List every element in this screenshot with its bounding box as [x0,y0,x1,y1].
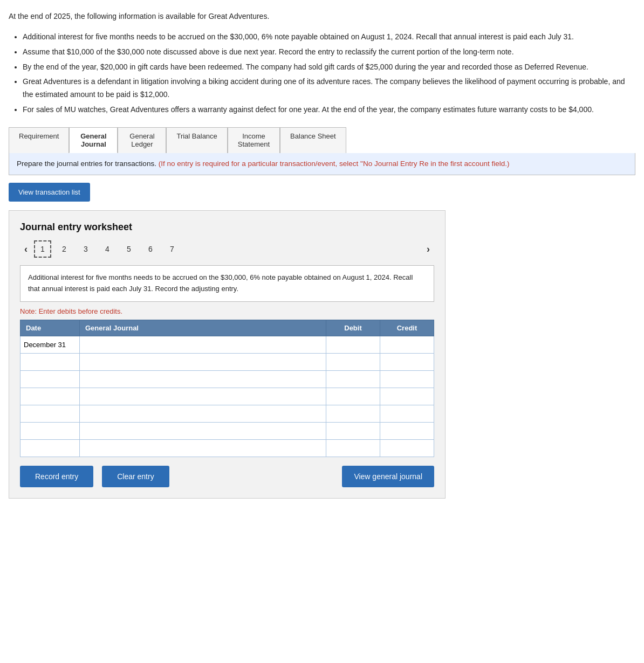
input-credit-2[interactable] [380,371,434,388]
input-journal-5[interactable] [80,423,326,439]
cell-credit-3[interactable] [380,388,434,405]
bullet-item-4: Great Adventures is a defendant in litig… [23,75,635,101]
bullet-item-2: Assume that $10,000 of the $30,000 note … [23,46,635,59]
cell-journal-3[interactable] [80,388,326,405]
bullet-item-3: By the end of the year, $20,000 in gift … [23,61,635,74]
tab-trial-balance[interactable]: Trial Balance [166,127,227,153]
intro-paragraph: At the end of 2025, the following inform… [9,11,635,22]
table-row [20,422,434,439]
tab-income-statement[interactable]: IncomeStatement [228,127,280,153]
cell-credit-2[interactable] [380,370,434,388]
cell-credit-6[interactable] [380,439,434,457]
cell-debit-0[interactable] [326,336,380,353]
cell-date-0[interactable] [20,336,80,353]
cell-journal-0[interactable] [80,336,326,353]
table-row [20,405,434,422]
input-credit-5[interactable] [380,423,434,439]
input-credit-4[interactable] [380,405,434,422]
bullet-item-1: Additional interest for five months need… [23,31,635,44]
view-general-journal-button[interactable]: View general journal [342,466,434,487]
input-credit-3[interactable] [380,388,434,405]
table-row [20,353,434,370]
cell-debit-3[interactable] [326,388,380,405]
input-debit-4[interactable] [326,405,380,422]
clear-entry-button[interactable]: Clear entry [102,466,169,487]
table-row [20,439,434,457]
instruction-bar: Prepare the journal entries for transact… [9,153,635,175]
cell-credit-5[interactable] [380,422,434,439]
header-credit: Credit [380,320,434,336]
cell-journal-1[interactable] [80,353,326,370]
cell-debit-2[interactable] [326,370,380,388]
cell-credit-4[interactable] [380,405,434,422]
instruction-main: Prepare the journal entries for transact… [17,160,156,168]
input-date-6[interactable] [20,440,79,457]
cell-debit-5[interactable] [326,422,380,439]
tab-requirement[interactable]: Requirement [9,127,69,153]
input-journal-2[interactable] [80,371,326,388]
record-entry-button[interactable]: Record entry [20,466,93,487]
bullet-item-5: For sales of MU watches, Great Adventure… [23,103,635,116]
cell-debit-6[interactable] [326,439,380,457]
cell-journal-2[interactable] [80,370,326,388]
cell-credit-0[interactable] [380,336,434,353]
input-date-2[interactable] [20,371,79,388]
cell-date-1[interactable] [20,353,80,370]
step-prev-arrow[interactable]: ‹ [20,241,32,257]
step-navigation: ‹ 1 2 3 4 5 6 7 › [20,240,434,258]
tab-general-ledger[interactable]: GeneralLedger [118,127,166,153]
step-4[interactable]: 4 [99,240,116,258]
step-6[interactable]: 6 [142,240,159,258]
input-credit-6[interactable] [380,440,434,457]
cell-date-5[interactable] [20,422,80,439]
button-row: Record entry Clear entry View general jo… [20,466,434,487]
input-debit-0[interactable] [326,336,380,353]
view-transaction-button[interactable]: View transaction list [9,183,90,202]
cell-debit-1[interactable] [326,353,380,370]
cell-journal-4[interactable] [80,405,326,422]
cell-debit-4[interactable] [326,405,380,422]
input-debit-2[interactable] [326,371,380,388]
input-date-1[interactable] [20,354,79,370]
input-journal-1[interactable] [80,354,326,370]
cell-date-6[interactable] [20,439,80,457]
input-date-5[interactable] [20,423,79,439]
step-description: Additional interest for five months need… [20,265,434,302]
table-row [20,388,434,405]
input-journal-3[interactable] [80,388,326,405]
input-date-0[interactable] [20,336,79,353]
cell-journal-5[interactable] [80,422,326,439]
input-debit-3[interactable] [326,388,380,405]
table-row [20,336,434,353]
cell-date-4[interactable] [20,405,80,422]
input-journal-4[interactable] [80,405,326,422]
input-journal-0[interactable] [80,336,326,353]
step-5[interactable]: 5 [120,240,138,258]
cell-journal-6[interactable] [80,439,326,457]
header-debit: Debit [326,320,380,336]
cell-date-3[interactable] [20,388,80,405]
tabs-row: Requirement GeneralJournal GeneralLedger… [9,127,635,153]
tab-general-journal[interactable]: GeneralJournal [69,127,118,153]
step-2[interactable]: 2 [56,240,73,258]
input-journal-6[interactable] [80,440,326,457]
worksheet-title: Journal entry worksheet [20,222,434,233]
input-credit-0[interactable] [380,336,434,353]
input-date-4[interactable] [20,405,79,422]
cell-date-2[interactable] [20,370,80,388]
input-debit-5[interactable] [326,423,380,439]
step-7[interactable]: 7 [163,240,181,258]
input-debit-6[interactable] [326,440,380,457]
step-3[interactable]: 3 [77,240,94,258]
table-row [20,370,434,388]
journal-table: Date General Journal Debit Credit [20,320,434,457]
input-credit-1[interactable] [380,354,434,370]
cell-credit-1[interactable] [380,353,434,370]
input-date-3[interactable] [20,388,79,405]
step-next-arrow[interactable]: › [422,241,434,257]
step-1[interactable]: 1 [34,240,51,258]
instruction-red: (If no entry is required for a particula… [159,160,510,168]
bullet-list: Additional interest for five months need… [14,31,635,116]
input-debit-1[interactable] [326,354,380,370]
tab-balance-sheet[interactable]: Balance Sheet [280,127,346,153]
